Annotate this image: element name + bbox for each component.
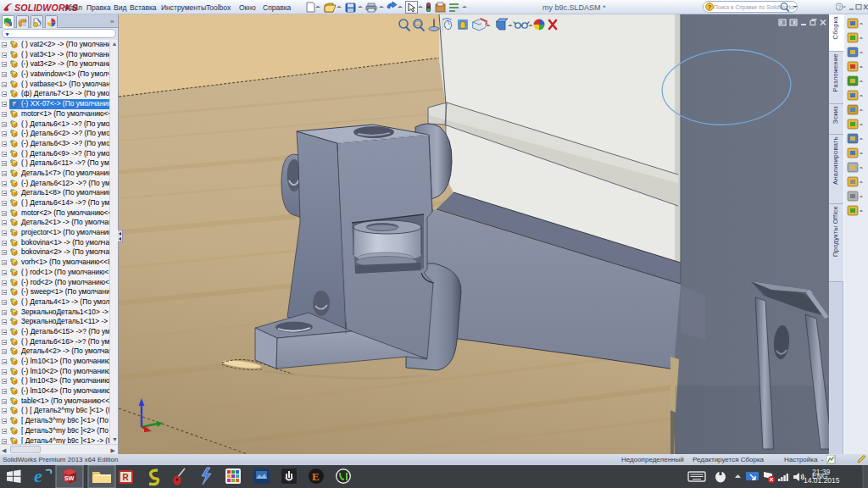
svg-text:e: e	[34, 465, 42, 486]
svg-text:SW: SW	[64, 475, 75, 481]
svg-text:R: R	[123, 473, 130, 482]
svg-text:E: E	[312, 470, 320, 483]
svg-text:?: ?	[708, 3, 712, 11]
svg-text:21:39: 21:39	[812, 468, 831, 476]
svg-text:?: ?	[837, 4, 841, 10]
svg-text:14.01.2015: 14.01.2015	[804, 476, 840, 485]
